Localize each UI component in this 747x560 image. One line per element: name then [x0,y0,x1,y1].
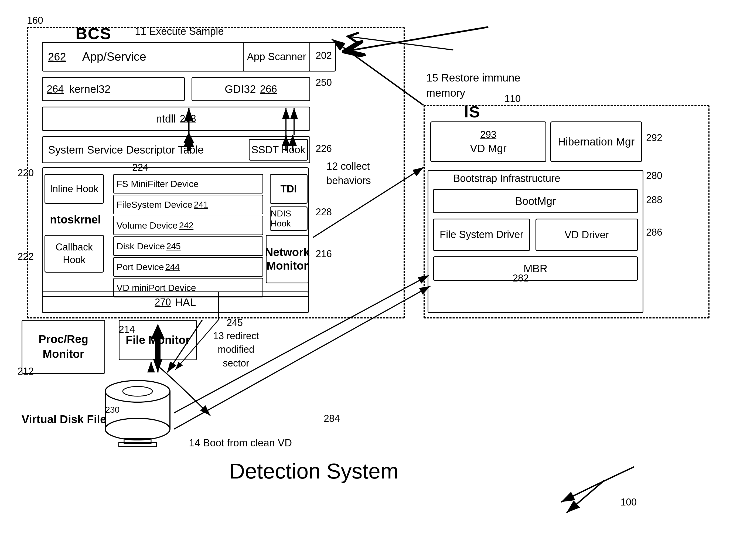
bootmgr-label: BootMgr [515,195,556,207]
ntoskrnel-label: ntoskrnel [50,213,101,226]
kernel-box: 264 kernel32 [42,77,185,101]
fs-row-4: Port Device 244 [113,257,263,277]
fs-row-2: Volume Device 242 [113,215,263,235]
ntdll-box: ntdll 268 [42,107,310,131]
ref-284: 284 [324,413,340,424]
gdi-label: GDI32 [225,83,256,95]
detection-system-title: Detection System [229,459,398,484]
svg-rect-29 [187,143,191,151]
ndis-box: NDIS Hook [270,206,308,231]
hibernation-box: Hibernation Mgr [550,122,642,162]
ssdt-label: System Service Descriptor Table [48,144,249,156]
vdf-label: Virtual Disk File [22,413,106,426]
vd-driver-box: VD Driver [536,219,638,251]
ndis-label: NDIS Hook [271,209,307,229]
ref-212: 212 [18,366,34,377]
ref-224: 224 [132,162,148,173]
volume-device-label: Volume Device [117,220,178,231]
ntdll-label: ntdll [156,113,176,125]
port-device-label: Port Device [117,262,164,272]
hal-label: HAL [175,296,196,308]
vd-driver-label: VD Driver [565,229,609,241]
gdi-box: GDI32 266 [191,77,310,101]
fs-driver-label: File System Driver [440,228,523,241]
filesystem-device-ref: 241 [194,200,208,210]
disk-ref-230: 230 [105,405,120,415]
proc-reg-label: Proc/Reg Monitor [22,332,104,361]
svg-point-23 [123,386,152,396]
fs-driver-box: File System Driver [433,219,530,251]
ref-292: 292 [646,132,662,144]
callback-hook-box: CallbackHook [45,235,104,273]
svg-line-36 [345,27,488,51]
ref-220: 220 [18,167,34,179]
gdi-ref: 266 [260,83,277,95]
ntdll-ref: 268 [180,113,196,124]
execute-sample-label: 11 Execute Sample [135,26,224,37]
disk-device-ref: 245 [166,241,180,251]
disk-device-label: Disk Device [117,241,165,252]
ref-280: 280 [646,170,662,181]
fs-row-3: Disk Device 245 [113,236,263,256]
svg-marker-34 [151,324,164,364]
ref-216: 216 [316,248,332,260]
ref-222: 222 [18,251,34,262]
ref-282: 282 [513,273,529,284]
app-scanner-label: App Scanner [247,51,306,62]
fs-row-1: FileSystem Device 241 [113,195,263,214]
network-monitor-box: Network Monitor [266,235,309,283]
app-service-label: App/Service [82,50,146,63]
inline-hook-box: Inline Hook [45,174,104,204]
hal-box: 270 HAL [42,291,309,313]
kernel-ref: 264 [47,83,64,95]
hibernation-label: Hibernation Mgr [558,135,635,149]
callback-hook-label: CallbackHook [56,241,93,266]
volume-device-ref: 242 [179,221,194,230]
port-device-ref: 244 [165,262,180,272]
fs-minifilter-label: FS MiniFilter Device [117,179,199,189]
hal-ref: 270 [155,297,171,308]
kernel-label: kernel32 [69,83,110,95]
proc-reg-box: Proc/Reg Monitor [22,320,105,374]
mbr-box: MBR [433,256,638,281]
fs-row-0: FS MiniFilter Device [113,174,263,194]
filesystem-device-label: FileSystem Device [117,199,192,210]
app-scanner-box: App Scanner [243,42,310,72]
boot-text: 14 Boot from clean VD [189,437,292,449]
svg-marker-28 [183,132,194,143]
ref-286: 286 [646,227,662,238]
inline-hook-label: Inline Hook [50,183,99,195]
network-monitor-label: Network Monitor [265,246,310,273]
app-service-ref: 262 [48,51,66,63]
tdi-label: TDI [280,183,297,195]
ref-214: 214 [119,324,135,335]
ref-245: 245 [227,317,243,328]
tdi-box: TDI [270,174,308,204]
bcs-ref-label: 160 [27,15,43,26]
ref-288: 288 [646,194,662,206]
